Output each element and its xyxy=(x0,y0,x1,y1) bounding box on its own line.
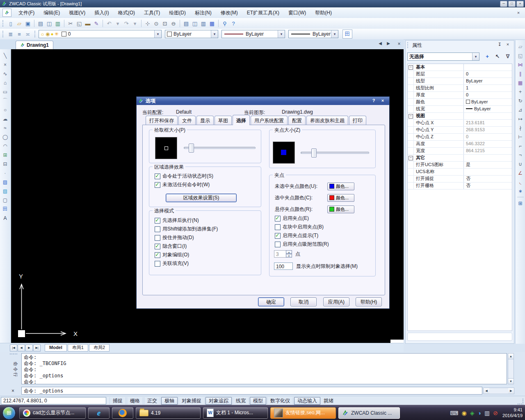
apply-button[interactable]: 应用(A) xyxy=(323,297,349,306)
dialog-tab[interactable]: 界面皮肤和主题 xyxy=(306,116,348,125)
arc-icon[interactable]: ⌒ xyxy=(1,97,9,105)
next-document-icon[interactable]: ▶ xyxy=(386,41,391,46)
slider-thumb[interactable] xyxy=(189,144,194,153)
collapse-icon[interactable] xyxy=(408,183,414,189)
minimize-icon[interactable]: ─ xyxy=(500,1,507,7)
print-preview-icon[interactable]: ◫ xyxy=(45,19,53,27)
checkbox-option[interactable]: 隐含窗口(I) xyxy=(155,242,218,251)
collapse-icon[interactable] xyxy=(408,78,414,84)
menu-item[interactable]: 工具(T) xyxy=(139,8,164,18)
dialog-tab[interactable]: 草图 xyxy=(215,116,232,125)
status-toggle[interactable]: 线宽 xyxy=(233,397,249,405)
checkbox-box[interactable] xyxy=(155,173,160,179)
property-row[interactable]: 颜色 ByLayer xyxy=(408,99,512,106)
start-button[interactable]: ⊞ xyxy=(2,406,16,420)
collapse-icon[interactable] xyxy=(408,120,414,126)
layout-nav-icon[interactable]: ▶| xyxy=(33,345,41,352)
revision-cloud-icon[interactable]: ☁ xyxy=(1,115,9,123)
close-icon[interactable]: × xyxy=(11,388,14,394)
spline-icon[interactable]: ≈ xyxy=(1,124,9,132)
zoom-realtime-icon[interactable]: ⊙ xyxy=(152,19,160,27)
circle-icon[interactable]: ○ xyxy=(1,106,9,114)
collapse-icon[interactable] xyxy=(408,134,414,140)
collapse-icon[interactable] xyxy=(408,141,414,147)
checkbox-box[interactable] xyxy=(275,242,281,247)
break-at-point-icon[interactable]: ⌐ xyxy=(516,142,524,150)
table-icon[interactable]: 田 xyxy=(1,205,9,213)
trim-icon[interactable]: ∤ xyxy=(516,124,524,132)
polygon-icon[interactable]: ⌂ xyxy=(1,79,9,87)
close-icon[interactable]: × xyxy=(516,1,524,7)
scroll-up-icon[interactable]: ▲ xyxy=(508,354,514,359)
coordinate-display[interactable]: 212.4767, 4.8801, 0 xyxy=(1,397,106,404)
polyline-icon[interactable]: ∿ xyxy=(1,70,9,78)
undo-icon[interactable]: ↶ xyxy=(105,19,113,27)
menu-item[interactable]: 帮助(H) xyxy=(310,8,336,18)
layer-translate-icon[interactable]: ≍ xyxy=(24,30,32,38)
status-toggle[interactable]: 数字化仪 xyxy=(267,397,293,405)
taskbar-item-website[interactable]: 友情链接,seo,网... xyxy=(270,407,336,419)
collapse-icon[interactable] xyxy=(408,92,414,98)
line-icon[interactable]: ╲ xyxy=(1,52,9,59)
explode-icon[interactable]: ∗ xyxy=(516,187,524,195)
layout-tab[interactable]: 布局2 xyxy=(89,344,110,352)
property-row[interactable]: 中心点 X 213.6181 xyxy=(408,120,512,127)
collapse-icon[interactable] xyxy=(408,106,414,112)
ellipse-arc-icon[interactable]: ◠ xyxy=(1,142,9,150)
checkbox-option[interactable]: 未激活任何命令时(W) xyxy=(155,180,213,189)
scale-icon[interactable]: ⊿ xyxy=(516,106,524,114)
color-dropdown[interactable]: ByLayer ▾ xyxy=(165,30,218,38)
taskbar-item-browser[interactable]: cad怎么显示节点... xyxy=(19,407,86,419)
redo-dropdown-icon[interactable]: ▾ xyxy=(131,19,139,27)
collapse-icon[interactable] xyxy=(408,85,414,91)
restore-icon[interactable]: □ xyxy=(508,1,516,7)
dialog-tab[interactable]: 用户系统配置 xyxy=(251,116,288,125)
layer-properties-icon[interactable]: ≣ xyxy=(7,30,15,38)
help-icon[interactable]: ? xyxy=(229,19,237,27)
construction-line-icon[interactable]: × xyxy=(1,61,9,68)
slider-thumb[interactable] xyxy=(311,148,317,158)
array-icon[interactable]: ▦ xyxy=(516,79,524,87)
toolbar-grip[interactable] xyxy=(34,31,37,37)
panel-grip[interactable] xyxy=(10,354,17,356)
collapse-icon[interactable] xyxy=(408,127,414,133)
checkbox-box[interactable] xyxy=(155,261,160,267)
dialog-title-bar[interactable]: 选项 ? × xyxy=(137,97,389,105)
offset-icon[interactable]: ∥ xyxy=(516,70,524,78)
property-row[interactable]: 宽度 864.1215 xyxy=(408,148,512,155)
pickbox-size-slider[interactable] xyxy=(184,144,256,152)
help-button[interactable]: 帮助(H) xyxy=(356,297,382,306)
property-row[interactable]: 打开捕捉 否 xyxy=(408,176,512,183)
color-button[interactable]: 颜色... xyxy=(327,205,354,213)
zoom-window-icon[interactable]: ⊡ xyxy=(161,19,169,27)
grip-size-slider[interactable] xyxy=(301,148,369,157)
status-toggle[interactable]: 模型 xyxy=(250,397,266,405)
lineweight-dropdown[interactable]: ByLayer ▾ xyxy=(288,30,338,38)
checkbox-option[interactable]: 启用夹点(E) xyxy=(275,214,329,223)
collapse-icon[interactable] xyxy=(408,99,414,105)
dropdown-arrow-icon[interactable]: ▾ xyxy=(278,30,285,38)
status-toggle[interactable]: 对象追踪 xyxy=(205,397,232,405)
tab-drawing1[interactable]: Drawing1 xyxy=(16,41,53,49)
move-icon[interactable]: + xyxy=(516,88,524,96)
checkbox-box[interactable] xyxy=(155,244,160,249)
save-icon[interactable]: ▣ xyxy=(24,19,32,27)
menu-item[interactable]: 修改(M) xyxy=(216,8,242,18)
status-toggle[interactable]: 极轴 xyxy=(161,397,178,405)
status-toggle[interactable]: 正交 xyxy=(144,397,160,405)
layout-nav-icon[interactable]: ◀ xyxy=(18,345,25,352)
stretch-icon[interactable]: ↦ xyxy=(516,115,524,123)
checkbox-option[interactable]: 对象编组(O) xyxy=(155,251,218,259)
selection-dropdown[interactable]: 无选择 ▾ xyxy=(407,52,479,61)
fillet-icon[interactable]: ◟ xyxy=(516,178,524,186)
taskbar-item-word[interactable]: W 文档 1 - Micros... xyxy=(203,407,268,419)
status-toggle[interactable]: 栅格 xyxy=(127,397,143,405)
dialog-tab[interactable]: 显示 xyxy=(196,116,214,125)
collapse-icon[interactable] xyxy=(408,148,414,154)
pan-icon[interactable]: ⊹ xyxy=(144,19,152,27)
toolbar-grip[interactable] xyxy=(2,31,5,37)
menu-item[interactable]: 视图(V) xyxy=(64,8,90,18)
dropdown-arrow-icon[interactable]: ▾ xyxy=(154,30,161,38)
zoom-previous-icon[interactable]: ⊖ xyxy=(169,19,178,27)
collapse-icon[interactable] xyxy=(408,162,414,168)
